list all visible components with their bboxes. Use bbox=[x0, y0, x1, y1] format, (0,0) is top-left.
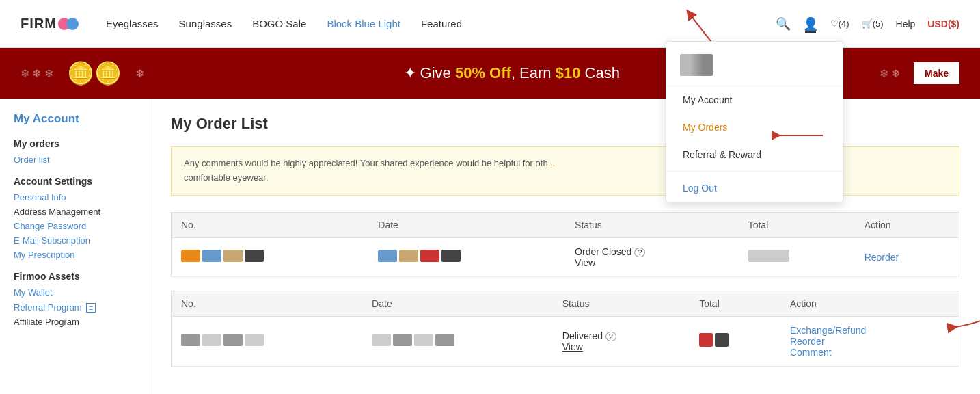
nav-block-blue-light[interactable]: Block Blue Light bbox=[327, 18, 400, 29]
help-link[interactable]: Help bbox=[896, 18, 916, 29]
table-row: Order Closed ? View Reorder bbox=[172, 237, 959, 276]
user-icon[interactable]: 👤 bbox=[803, 16, 818, 31]
exchange-refund-link[interactable]: Exchange/Refund bbox=[790, 325, 949, 336]
sidebar-section-my-orders: My orders bbox=[14, 138, 136, 149]
dropdown-avatar-area bbox=[666, 42, 843, 86]
currency-selector[interactable]: USD($) bbox=[927, 18, 959, 29]
order-total-cell-1 bbox=[739, 237, 855, 276]
reorder-link-2[interactable]: Reorder bbox=[790, 336, 949, 347]
comment-link[interactable]: Comment bbox=[790, 347, 949, 358]
img-block bbox=[393, 334, 412, 346]
img-block bbox=[181, 250, 200, 262]
dropdown-logout[interactable]: Log Out bbox=[666, 174, 843, 202]
col-action-1: Action bbox=[855, 212, 959, 237]
img-block bbox=[748, 250, 789, 262]
order-no-image-2 bbox=[181, 334, 264, 346]
img-block bbox=[420, 250, 439, 262]
sidebar-my-prescription[interactable]: My Prescription bbox=[14, 250, 136, 260]
dropdown-divider bbox=[666, 171, 843, 172]
dropdown-my-account[interactable]: My Account bbox=[666, 86, 843, 114]
order-status-cell-1: Order Closed ? View bbox=[565, 237, 739, 276]
img-block bbox=[245, 334, 264, 346]
sidebar-title: My Account bbox=[14, 112, 136, 126]
sidebar: My Account My orders Order list Account … bbox=[0, 98, 150, 394]
header: FIRM Eyeglasses Sunglasses BOGO Sale Blo… bbox=[0, 0, 980, 48]
banner-highlight-50: 50% Off bbox=[455, 64, 511, 81]
img-block bbox=[223, 334, 243, 346]
snowflake-decoration3: ❄ ❄ bbox=[880, 67, 900, 80]
sidebar-referral-program[interactable]: Referral Program ≡ bbox=[14, 302, 96, 313]
user-dropdown: My Account My Orders Referral & Reward L… bbox=[666, 41, 843, 202]
view-link-2[interactable]: View bbox=[562, 341, 680, 352]
img-block bbox=[202, 334, 221, 346]
col-date-2: Date bbox=[362, 291, 553, 316]
order-date-cell-2 bbox=[362, 316, 553, 366]
nav-eyeglasses[interactable]: Eyeglasses bbox=[106, 18, 159, 29]
img-block bbox=[202, 250, 221, 262]
status-text-2: Delivered bbox=[562, 330, 603, 341]
sidebar-change-password[interactable]: Change Password bbox=[14, 221, 136, 231]
col-date-1: Date bbox=[368, 212, 565, 237]
col-status-1: Status bbox=[565, 212, 739, 237]
status-text-1: Order Closed bbox=[575, 246, 631, 257]
header-right: 🔍 👤 ♡(4) 🛒(5) Help USD($) bbox=[776, 16, 959, 31]
sidebar-address-management[interactable]: Address Management bbox=[14, 207, 136, 217]
img-block bbox=[181, 334, 200, 346]
img-block bbox=[245, 250, 264, 262]
order-date-image-2 bbox=[372, 334, 454, 346]
sidebar-personal-info[interactable]: Personal Info bbox=[14, 192, 136, 202]
status-info-icon-1[interactable]: ? bbox=[634, 248, 645, 257]
img-block bbox=[378, 250, 397, 262]
order-total-image-1 bbox=[748, 250, 789, 262]
col-no-2: No. bbox=[172, 291, 363, 316]
col-total-1: Total bbox=[739, 212, 855, 237]
wishlist-icon[interactable]: ♡(4) bbox=[830, 18, 849, 29]
sidebar-affiliate-program[interactable]: Affiliate Program bbox=[14, 317, 136, 327]
sidebar-email-subscription[interactable]: E-Mail Subscription bbox=[14, 235, 136, 246]
reorder-link-1[interactable]: Reorder bbox=[865, 252, 949, 263]
order-no-cell-2 bbox=[172, 316, 363, 366]
order-no-image-1 bbox=[181, 250, 264, 262]
nav-bogo-sale[interactable]: BOGO Sale bbox=[252, 18, 306, 29]
order-total-image-2 bbox=[699, 333, 729, 347]
snowflake-decoration: ❄ ❄ ❄ bbox=[21, 67, 53, 80]
table-header-row-1: No. Date Status Total Action bbox=[172, 212, 959, 237]
nav-featured[interactable]: Featured bbox=[421, 18, 462, 29]
order-date-image-1 bbox=[378, 250, 461, 262]
sidebar-section-account-settings: Account Settings bbox=[14, 176, 136, 187]
order-content: My Order List Any comments would be high… bbox=[150, 98, 980, 394]
notice-text: Any comments would be highly appreciated… bbox=[184, 158, 555, 183]
img-block bbox=[414, 334, 433, 346]
img-block bbox=[223, 250, 243, 262]
table-row: Delivered ? View Exchange/Refund Reorder bbox=[172, 316, 959, 366]
order-table-2: No. Date Status Total Action bbox=[171, 291, 959, 367]
cart-icon[interactable]: 🛒(5) bbox=[862, 18, 884, 29]
status-info-icon-2[interactable]: ? bbox=[605, 332, 616, 341]
logo[interactable]: FIRM bbox=[21, 16, 79, 31]
col-total-2: Total bbox=[690, 291, 780, 316]
dropdown-my-orders[interactable]: My Orders bbox=[666, 114, 843, 141]
table-header-row-2: No. Date Status Total Action bbox=[172, 291, 959, 316]
logo-text: FIRM bbox=[21, 16, 57, 31]
dropdown-referral-reward[interactable]: Referral & Reward bbox=[666, 141, 843, 168]
img-block bbox=[372, 334, 391, 346]
order-total-cell-2 bbox=[690, 316, 780, 366]
coins-icon: 🪙🪙 bbox=[67, 60, 122, 86]
sidebar-section-firmoo-assets: Firmoo Assets bbox=[14, 271, 136, 282]
sidebar-order-list[interactable]: Order list bbox=[14, 155, 136, 165]
snowflake-decoration2: ❄ bbox=[135, 67, 144, 80]
arrow-to-exchange bbox=[945, 310, 980, 344]
banner-make-button[interactable]: Make bbox=[914, 62, 959, 84]
search-icon[interactable]: 🔍 bbox=[776, 16, 791, 31]
col-status-2: Status bbox=[553, 291, 690, 316]
img-block bbox=[435, 334, 454, 346]
logo-circle-blue bbox=[66, 18, 79, 30]
referral-badge: ≡ bbox=[86, 303, 96, 313]
sidebar-my-wallet[interactable]: My Wallet bbox=[14, 287, 136, 298]
nav-sunglasses[interactable]: Sunglasses bbox=[179, 18, 232, 29]
order-date-cell-1 bbox=[368, 237, 565, 276]
col-no-1: No. bbox=[172, 212, 369, 237]
logo-circles bbox=[58, 18, 79, 30]
view-link-1[interactable]: View bbox=[575, 257, 729, 268]
banner-highlight-10: $10 bbox=[556, 64, 581, 81]
